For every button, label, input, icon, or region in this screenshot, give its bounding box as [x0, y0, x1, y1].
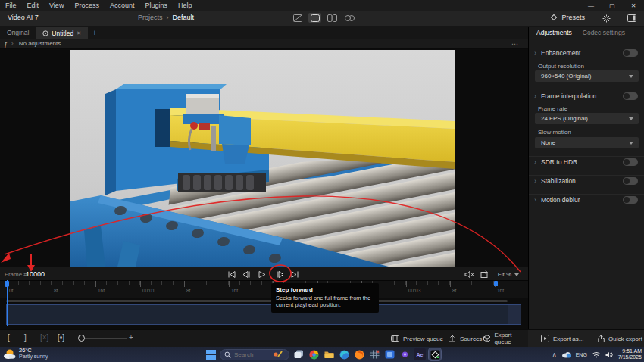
tick-label: 00:03 — [408, 288, 420, 293]
single-view-icon[interactable] — [308, 13, 321, 23]
sdr-to-hdr-section[interactable]: › SDR to HDR — [529, 157, 644, 167]
menu-plugins[interactable]: Plugins — [139, 2, 173, 9]
preview-canvas[interactable]: Step forward Seeks forward one full fram… — [0, 49, 528, 267]
tab-codec-settings[interactable]: Codec settings — [583, 29, 625, 36]
skip-to-end-button[interactable] — [288, 268, 302, 280]
taskbar-weather[interactable]: 26°C Partly sunny — [3, 348, 48, 360]
frame-interpolation-toggle[interactable] — [623, 92, 638, 100]
close-icon[interactable]: ✕ — [623, 0, 644, 11]
set-out-point-icon[interactable]: ] — [24, 333, 27, 342]
language-indicator[interactable]: ENG — [576, 352, 587, 357]
file-explorer-icon[interactable] — [323, 348, 335, 360]
stabilization-toggle[interactable] — [623, 177, 638, 185]
chevron-right-icon: › — [534, 92, 536, 100]
stabilization-section[interactable]: › Stabilization — [529, 176, 644, 186]
zoom-fit-dropdown[interactable]: Fit % — [498, 271, 519, 278]
menu-edit[interactable]: Edit — [22, 2, 45, 9]
tray-chevron-up-icon[interactable]: ∧ — [552, 351, 557, 358]
sources-button[interactable]: Sources — [449, 332, 482, 345]
menu-view[interactable]: View — [44, 2, 69, 9]
speaker-icon[interactable] — [605, 351, 614, 358]
wifi-icon[interactable] — [592, 351, 601, 358]
playhead-handle[interactable] — [5, 281, 9, 287]
cube-icon — [483, 335, 490, 342]
taskbar-search[interactable] — [220, 349, 289, 360]
zoom-in-icon[interactable]: + — [129, 333, 133, 342]
quick-export-button[interactable]: Quick export — [598, 332, 642, 345]
output-resolution-dropdown[interactable]: 960×540 (Original) — [535, 70, 639, 82]
tick-label: 16f — [497, 288, 504, 293]
audio-mute-icon[interactable] — [462, 268, 476, 280]
step-back-button[interactable] — [239, 268, 253, 280]
sdr-to-hdr-toggle[interactable] — [623, 158, 638, 166]
menu-process[interactable]: Process — [69, 2, 105, 9]
skip-to-start-button[interactable] — [224, 268, 238, 280]
preview-queue-button[interactable]: Preview queue — [391, 332, 443, 345]
export-queue-button[interactable]: Export queue — [483, 332, 528, 345]
frame-interpolation-section[interactable]: › Frame interpolation — [529, 91, 644, 101]
breadcrumb-root[interactable]: Projects — [138, 14, 163, 21]
clip-end-handle[interactable] — [508, 305, 521, 324]
split-view-icon[interactable] — [291, 13, 304, 23]
tab-untitled[interactable]: Untitled ✕ — [36, 27, 88, 39]
task-view-icon[interactable] — [292, 348, 305, 360]
tick-label: 8f — [54, 288, 58, 293]
menu-file[interactable]: File — [0, 2, 22, 9]
camera-app-icon[interactable] — [399, 348, 411, 360]
export-as-button[interactable]: Export as... — [541, 332, 583, 345]
firefox-icon[interactable] — [353, 348, 365, 360]
adjustments-summary-bar: ƒ › No adjustments ⋯ — [0, 39, 528, 49]
enhancement-toggle[interactable] — [623, 49, 638, 57]
range-end-marker[interactable] — [494, 281, 498, 286]
app-version-button[interactable]: Video AI 7 — [8, 14, 39, 21]
frame-number-field[interactable]: 10000 — [26, 270, 45, 278]
tab-bar: Original Untitled ✕ + — [0, 27, 528, 39]
tab-adjustments[interactable]: Adjustments — [536, 29, 572, 36]
play-button[interactable] — [255, 268, 268, 280]
dual-compare-view-icon[interactable] — [343, 13, 356, 23]
after-effects-icon[interactable]: Ae — [414, 348, 426, 360]
timeline-zoom-slider[interactable] — [83, 338, 127, 339]
timeline-scrollbar[interactable] — [6, 300, 508, 302]
onedrive-cloud-icon[interactable] — [561, 351, 571, 358]
taskbar-clock[interactable]: 9:51 AM 7/15/2025 — [618, 348, 642, 360]
timeline-zoom-knob[interactable] — [78, 335, 85, 342]
timeline-clip[interactable] — [6, 304, 521, 325]
breadcrumb-separator-icon: › — [167, 14, 169, 21]
enhancement-section[interactable]: › Enhancement — [529, 48, 644, 58]
edge-icon[interactable] — [338, 348, 350, 360]
add-tab-button[interactable]: + — [88, 27, 102, 39]
motion-deblur-toggle[interactable] — [623, 196, 638, 204]
breadcrumb-current[interactable]: Default — [173, 14, 195, 21]
panel-toggle-icon[interactable] — [626, 13, 638, 23]
motion-deblur-section[interactable]: › Motion deblur — [529, 195, 644, 205]
upload-icon — [449, 335, 456, 342]
menu-account[interactable]: Account — [105, 2, 140, 9]
menu-bar: File Edit View Process Account Plugins H… — [0, 0, 644, 11]
presets-button[interactable]: Presets — [550, 14, 585, 21]
side-by-side-view-icon[interactable] — [326, 13, 339, 23]
minimize-icon[interactable]: — — [580, 0, 602, 11]
loop-section-icon[interactable]: [•] — [58, 333, 64, 342]
colorful-app-icon[interactable] — [308, 348, 320, 360]
step-forward-button[interactable] — [273, 268, 286, 280]
frame-rate-dropdown[interactable]: 24 FPS (Original) — [535, 113, 639, 124]
video-ai-app-icon[interactable] — [429, 348, 441, 360]
tab-original[interactable]: Original — [0, 27, 36, 39]
crop-rotate-icon[interactable] — [477, 268, 491, 280]
chevron-right-icon[interactable]: › — [11, 40, 14, 47]
gear-icon[interactable] — [600, 13, 612, 23]
menu-help[interactable]: Help — [173, 2, 198, 9]
tab-close-icon[interactable]: ✕ — [77, 30, 81, 36]
more-options-icon[interactable]: ⋯ — [511, 40, 519, 48]
slow-motion-dropdown[interactable]: None — [535, 137, 639, 148]
maximize-icon[interactable]: ▢ — [602, 0, 623, 11]
grid-app-icon[interactable] — [368, 348, 380, 360]
search-input[interactable] — [234, 351, 270, 358]
set-in-point-icon[interactable]: [ — [8, 333, 10, 342]
search-highlights-icon — [274, 351, 283, 358]
start-button[interactable] — [205, 348, 217, 360]
blue-app-icon[interactable] — [383, 348, 395, 360]
clear-in-out-icon[interactable]: [×] — [40, 333, 48, 342]
timeline-ruler[interactable]: 0f 8f 16f 00:01 8f 16f 00:02 8f 16f 00:0… — [0, 280, 528, 298]
